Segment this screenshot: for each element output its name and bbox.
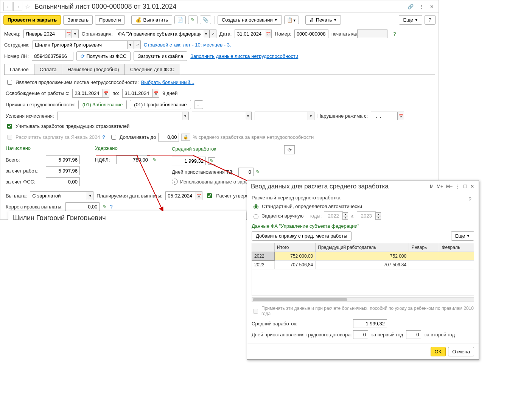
calendar-icon[interactable]: 📅 — [397, 112, 404, 120]
open-icon[interactable]: ↗ — [210, 30, 216, 38]
date-label: Дата: — [219, 31, 232, 37]
date-to-input[interactable]: 📅 — [122, 89, 159, 98]
print-as-input — [357, 30, 387, 38]
employer-input[interactable] — [46, 166, 80, 175]
violation-date-input[interactable]: 📅 — [371, 112, 404, 120]
ndfl-input[interactable] — [116, 155, 150, 164]
date-input[interactable]: 📅 — [235, 30, 272, 38]
forward-button[interactable]: → — [13, 2, 22, 11]
close-icon[interactable]: ✕ — [470, 184, 475, 189]
popup2-title: Ввод данных для расчета среднего заработ… — [251, 183, 429, 190]
tab-payment[interactable]: Оплата — [34, 64, 62, 75]
violation-label: Нарушение режима с: — [317, 113, 368, 119]
lock-icon: 🔒 — [181, 134, 190, 141]
recalc-help[interactable]: ? — [103, 134, 105, 140]
year2-input[interactable]: ▴▾ — [357, 211, 381, 220]
p2-help-button[interactable]: ? — [466, 195, 474, 203]
maximize-icon[interactable]: ☐ — [462, 184, 468, 189]
help-icon[interactable]: ? — [390, 30, 399, 38]
copy-icon-button[interactable]: 📋▼ — [284, 16, 299, 24]
menu-icon[interactable]: ⋮ — [417, 3, 425, 10]
tab-accrued[interactable]: Начислено (подробно) — [62, 64, 124, 75]
topup-label: Доплачивать до — [120, 134, 156, 140]
cond3-input[interactable]: ▾ — [255, 112, 314, 120]
month-input[interactable]: 📅 ▾ — [23, 30, 79, 38]
pencil-icon[interactable]: ✎ — [103, 204, 107, 210]
calendar-icon[interactable]: 📅 — [152, 89, 159, 98]
link-icon[interactable]: 🔗 — [407, 3, 414, 10]
plan-date-input[interactable]: 📅 — [165, 191, 202, 200]
year1-input[interactable]: ▴▾ — [324, 211, 348, 220]
m-button[interactable]: M — [429, 184, 434, 189]
calendar-icon[interactable]: 📅 — [265, 30, 272, 38]
m-plus-button[interactable]: M+ — [436, 184, 444, 189]
post-button[interactable]: Провести — [95, 15, 125, 25]
m-minus-button[interactable]: M− — [445, 184, 453, 189]
ln-input[interactable] — [32, 52, 73, 61]
radio-auto-label: Стандартный, определяется автоматически — [262, 204, 362, 209]
get-fss-button[interactable]: ⟳ Получить из ФСС — [76, 51, 131, 61]
pencil-box-icon[interactable]: ✎ — [208, 157, 215, 165]
correction-input[interactable] — [65, 202, 100, 211]
help-button[interactable]: ? — [425, 15, 436, 25]
topup-checkbox[interactable] — [111, 135, 116, 140]
calendar-icon[interactable]: 📅 — [196, 191, 202, 200]
approved-checkbox[interactable] — [207, 193, 212, 198]
close-icon[interactable]: ✕ — [428, 3, 436, 10]
load-file-button[interactable]: Загрузить из файла — [134, 51, 187, 61]
calendar-icon[interactable]: 📅 — [103, 89, 109, 98]
back-button[interactable]: ← — [3, 2, 12, 11]
ln-label: Номер ЛН: — [4, 53, 29, 59]
save-button[interactable]: Записать — [63, 15, 93, 25]
spin-icon[interactable]: ▾ — [72, 30, 79, 38]
reason1-button[interactable]: (01) Заболевание — [78, 100, 127, 109]
fill-link[interactable]: Заполнить данные листка нетрудоспособнос… — [190, 53, 298, 59]
favorite-icon[interactable]: ☆ — [23, 2, 32, 11]
pencil-icon[interactable]: ✎ — [256, 169, 260, 175]
withheld-label: Удержано — [95, 145, 157, 151]
total-input[interactable] — [46, 155, 80, 164]
fss-input[interactable] — [46, 177, 80, 186]
radio-manual[interactable] — [254, 214, 258, 219]
reason-more-button[interactable]: ... — [194, 100, 204, 109]
avg-input[interactable] — [172, 157, 206, 165]
cond1-input[interactable]: ▾ — [57, 112, 189, 120]
create-based-button[interactable]: Создать на основании ▼ — [218, 15, 282, 25]
refresh-button[interactable]: ⟳ — [284, 145, 295, 154]
topup-hint: % среднего заработка за время нетрудоспо… — [193, 134, 314, 140]
tab-main[interactable]: Главное — [4, 64, 34, 75]
open-icon[interactable]: ↗ — [134, 40, 141, 49]
post-close-button[interactable]: Провести и закрыть — [3, 15, 61, 25]
attach-icon-button[interactable]: 📎 — [200, 16, 211, 24]
avg-label: Средний заработок — [172, 146, 216, 152]
avg-earnings-popup: Ввод данных для расчета среднего заработ… — [247, 180, 479, 220]
edit-icon-button[interactable]: ✎ — [188, 16, 198, 24]
more-button[interactable]: Еще ▼ — [399, 15, 422, 25]
prev-earnings-checkbox[interactable] — [7, 124, 12, 129]
print-button[interactable]: 🖨 Печать ▼ — [305, 15, 341, 25]
reason-label: Причина нетрудоспособности: — [6, 102, 75, 107]
choose-sick-link[interactable]: Выбрать больничный... — [141, 79, 194, 85]
date-from-input[interactable]: 📅 — [72, 89, 109, 98]
recalc-label: Рассчитать зарплату за Январь 2024 — [16, 134, 100, 140]
payment-input[interactable]: ▾ — [30, 191, 93, 200]
doc-icon-button[interactable]: 📄 — [174, 16, 186, 24]
popup-menu-icon[interactable]: ⋮ — [455, 184, 461, 189]
radio-auto[interactable] — [254, 204, 258, 209]
org-input[interactable]: ▾ ↗ — [116, 30, 216, 38]
pencil-icon[interactable]: ✎ — [152, 157, 157, 163]
calendar-icon[interactable]: 📅 — [65, 30, 72, 38]
pay-button[interactable]: 💰Выплатить — [131, 15, 172, 25]
suspend-input[interactable] — [238, 168, 254, 176]
topup-input[interactable] — [158, 133, 179, 141]
tab-fss[interactable]: Сведения для ФСС — [124, 64, 180, 75]
insurance-link[interactable]: Страховой стаж: лет - 10; месяцев - 3. — [144, 42, 231, 48]
cond2-input[interactable]: ▾ — [192, 112, 252, 120]
print-as-label: печатать как: — [331, 31, 354, 37]
employee-input[interactable]: ▾ ↗ — [33, 40, 141, 49]
radio-manual-label: Задается вручную — [262, 213, 303, 219]
continuation-checkbox[interactable] — [7, 80, 12, 85]
reason2-button[interactable]: (01) Профзаболевание — [130, 100, 191, 109]
correction-help[interactable]: ? — [110, 204, 112, 210]
number-input[interactable] — [294, 30, 328, 38]
